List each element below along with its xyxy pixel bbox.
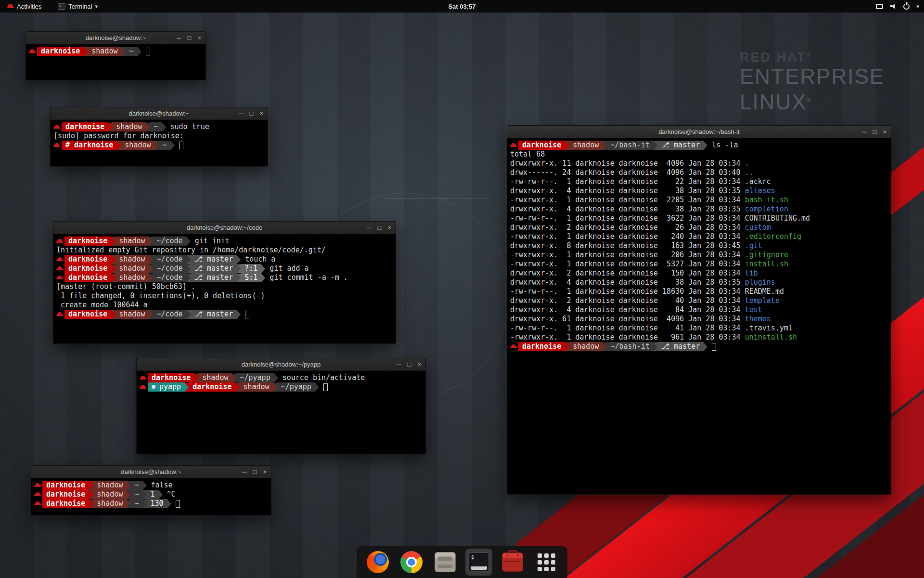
- prompt-segment-path: ~/code: [153, 255, 186, 264]
- show-apps-icon[interactable]: [533, 549, 560, 576]
- terminal-line: # darknoiseshadow~: [53, 141, 265, 150]
- files-icon[interactable]: [432, 549, 459, 576]
- terminal-cursor: [179, 142, 183, 149]
- top-bar: Activities >_ Terminal ▾ Sat 03:57 ▾: [0, 0, 924, 13]
- minimize-button[interactable]: ─: [177, 35, 181, 41]
- minimize-button[interactable]: ─: [367, 224, 371, 231]
- prompt-segment-red: # darknoise: [62, 141, 117, 150]
- terminal-window[interactable]: darknoise@shadow:~─□×darknoiseshadow~: [26, 31, 206, 80]
- minimize-button[interactable]: ─: [862, 129, 866, 135]
- file-name: .editorconfig: [745, 232, 801, 241]
- maximize-button[interactable]: □: [250, 110, 254, 117]
- powerline-arrow-icon: [89, 499, 93, 508]
- activities-button[interactable]: Activities: [5, 0, 43, 13]
- file-name: install.sh: [745, 260, 788, 268]
- terminal-line: darknoiseshadow~/code⎇ mastertouch a: [56, 255, 393, 264]
- terminal-content[interactable]: darknoiseshadow~sudo true[sudo] password…: [51, 120, 268, 166]
- window-titlebar[interactable]: darknoise@shadow:~/code─□×: [53, 222, 396, 234]
- clock[interactable]: Sat 03:57: [448, 3, 475, 10]
- redhat-prompt-icon: [34, 482, 41, 489]
- window-titlebar[interactable]: darknoise@shadow:~/bash-it─□×: [507, 126, 891, 138]
- maximize-button[interactable]: □: [253, 469, 257, 475]
- minimize-button[interactable]: ─: [239, 110, 243, 117]
- terminal-line: Initialized empty Git repository in /hom…: [56, 246, 393, 255]
- powerline-arrow-icon: [603, 141, 606, 150]
- dock: $: [357, 546, 567, 578]
- powerline-arrow-icon: [603, 342, 606, 351]
- system-status-area[interactable]: ▾: [876, 0, 919, 13]
- close-button[interactable]: ×: [883, 129, 886, 135]
- terminal-line: total 68: [510, 150, 888, 159]
- maximize-button[interactable]: □: [188, 35, 192, 41]
- terminal-logo: $: [468, 552, 489, 572]
- terminal-line: 1 file changed, 0 insertions(+), 0 delet…: [56, 291, 393, 301]
- chrome-icon[interactable]: [398, 549, 425, 576]
- redhat-prompt-icon: [510, 142, 517, 149]
- file-name: README.md: [745, 287, 784, 296]
- prompt-segment-path: ~: [150, 122, 162, 131]
- redhat-prompt-icon: [56, 256, 63, 263]
- window-title: darknoise@shadow:~/bash-it: [658, 128, 739, 135]
- file-name: CONTRIBUTING.md: [745, 214, 810, 223]
- terminal-window[interactable]: darknoise@shadow:~─□×darknoiseshadow~fal…: [31, 465, 271, 515]
- branding-linux: LINUX®: [740, 88, 885, 114]
- powerline-arrow-icon: [117, 141, 121, 150]
- terminal-content[interactable]: darknoiseshadow~falsedarknoiseshadow~1^C…: [31, 478, 271, 515]
- terminal-window[interactable]: darknoise@shadow:~/pyapp─□×darknoiseshad…: [136, 358, 426, 454]
- powerline-arrow-icon: [162, 123, 166, 131]
- powerline-arrow-icon: [187, 237, 191, 246]
- close-button[interactable]: ×: [197, 35, 201, 41]
- prompt-segment-path: ~/pyapp: [277, 382, 315, 392]
- terminal-content[interactable]: darknoiseshadow~: [26, 44, 205, 80]
- close-button[interactable]: ×: [417, 361, 421, 368]
- firefox-icon[interactable]: [364, 549, 391, 576]
- minimize-button[interactable]: ─: [397, 361, 401, 368]
- redhat-prompt-icon: [34, 500, 41, 507]
- terminal-content[interactable]: darknoiseshadow~/bash-it⎇ masterls -lato…: [507, 138, 891, 494]
- window-titlebar[interactable]: darknoise@shadow:~/pyapp─□×: [137, 358, 425, 371]
- terminal-line: -rwxrwxr-x. 1 darknoise darknoise 240 Ja…: [510, 232, 888, 241]
- file-name: uninstall.sh: [745, 333, 797, 342]
- window-titlebar[interactable]: darknoise@shadow:~─□×: [31, 466, 271, 478]
- maximize-button[interactable]: □: [408, 361, 411, 368]
- prompt-segment-venv: pyapp: [148, 382, 185, 392]
- minimize-button[interactable]: ─: [242, 469, 246, 475]
- terminal-line: darknoiseshadow~1^C: [34, 490, 268, 499]
- terminal-line: create mode 100644 a: [56, 301, 393, 310]
- powerline-arrow-icon: [111, 237, 115, 246]
- terminal-line: darknoiseshadow~/code⎇ master?:1git add …: [56, 264, 393, 273]
- terminal-content[interactable]: darknoiseshadow~/pyappsource bin/activat…: [137, 371, 425, 454]
- prompt-segment-maroon: shadow: [115, 236, 149, 246]
- file-name: .gitignore: [745, 250, 788, 259]
- terminal-line: darknoiseshadow~130: [34, 499, 268, 508]
- window-title: darknoise@shadow:~: [121, 468, 181, 475]
- close-button[interactable]: ×: [263, 469, 267, 475]
- terminal-window[interactable]: darknoise@shadow:~/bash-it─□×darknoisesh…: [507, 125, 891, 495]
- maximize-button[interactable]: □: [378, 224, 382, 231]
- terminal-content[interactable]: darknoiseshadow~/codegit initInitialized…: [53, 234, 396, 343]
- prompt-segment-maroon: shadow: [115, 273, 149, 282]
- powerline-arrow-icon: [261, 264, 265, 273]
- terminal-window[interactable]: darknoise@shadow:~/code─□×darknoiseshado…: [53, 221, 396, 344]
- window-titlebar[interactable]: darknoise@shadow:~─□×: [26, 32, 205, 44]
- powerline-arrow-icon: [149, 255, 153, 264]
- terminal-line: -rw-rw-r--. 1 darknoise darknoise 41 Jan…: [510, 324, 888, 333]
- prompt-segment-path: ~/code: [153, 236, 186, 246]
- close-button[interactable]: ×: [259, 110, 263, 117]
- prompt-segment-red: darknoise: [189, 382, 235, 392]
- terminal-line: [sudo] password for darknoise:: [53, 131, 265, 141]
- window-buttons: ─□×: [242, 466, 267, 478]
- terminal-window[interactable]: darknoise@shadow:~─□×darknoiseshadow~sud…: [50, 107, 268, 167]
- close-button[interactable]: ×: [387, 224, 391, 231]
- maximize-button[interactable]: □: [873, 129, 877, 135]
- terminal-line: drwxrwxr-x. 2 darknoise darknoise 26 Jan…: [510, 223, 888, 232]
- app-menu-button[interactable]: >_ Terminal ▾: [56, 0, 100, 13]
- powerline-arrow-icon: [155, 141, 159, 150]
- powerline-arrow-icon: [167, 499, 171, 508]
- toolbox-icon[interactable]: [499, 549, 526, 576]
- window-titlebar[interactable]: darknoise@shadow:~─□×: [51, 107, 268, 120]
- terminal-icon[interactable]: $: [465, 549, 492, 576]
- prompt-segment-red: darknoise: [37, 47, 84, 56]
- prompt-segment-maroon: shadow: [569, 342, 603, 351]
- prompt-segment-maroon: shadow: [198, 373, 232, 382]
